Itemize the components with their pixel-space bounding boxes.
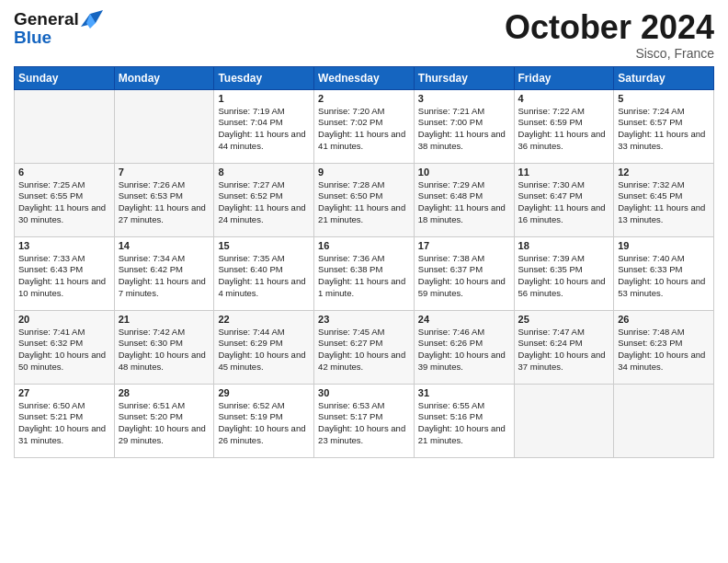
cell-info: Sunrise: 6:53 AMSunset: 5:17 PMDaylight:… bbox=[318, 400, 410, 447]
day-number: 24 bbox=[418, 314, 510, 325]
day-number: 15 bbox=[218, 240, 310, 251]
cell-info: Sunrise: 7:24 AMSunset: 6:57 PMDaylight:… bbox=[618, 106, 710, 153]
cell-info: Sunrise: 6:51 AMSunset: 5:20 PMDaylight:… bbox=[119, 400, 210, 447]
calendar-table: SundayMondayTuesdayWednesdayThursdayFrid… bbox=[14, 66, 714, 458]
day-number: 5 bbox=[618, 93, 710, 104]
cell-info: Sunrise: 7:26 AMSunset: 6:53 PMDaylight:… bbox=[119, 179, 210, 226]
day-number: 12 bbox=[618, 167, 710, 178]
day-header-monday: Monday bbox=[114, 66, 214, 89]
day-number: 2 bbox=[318, 93, 410, 104]
day-number: 26 bbox=[618, 314, 710, 325]
month-title: October 2024 bbox=[505, 9, 714, 46]
cell-info: Sunrise: 7:48 AMSunset: 6:23 PMDaylight:… bbox=[618, 327, 710, 373]
cell-info: Sunrise: 7:36 AMSunset: 6:38 PMDaylight:… bbox=[318, 253, 410, 300]
week-row-4: 20Sunrise: 7:41 AMSunset: 6:32 PMDayligh… bbox=[15, 310, 714, 384]
calendar-cell: 31Sunrise: 6:55 AMSunset: 5:16 PMDayligh… bbox=[414, 384, 514, 457]
calendar-cell: 14Sunrise: 7:34 AMSunset: 6:42 PMDayligh… bbox=[114, 236, 214, 310]
day-number: 7 bbox=[119, 167, 210, 178]
calendar-cell: 27Sunrise: 6:50 AMSunset: 5:21 PMDayligh… bbox=[15, 384, 115, 457]
day-number: 1 bbox=[218, 93, 310, 104]
calendar-cell: 21Sunrise: 7:42 AMSunset: 6:30 PMDayligh… bbox=[114, 310, 214, 384]
calendar-cell: 30Sunrise: 6:53 AMSunset: 5:17 PMDayligh… bbox=[314, 384, 415, 457]
calendar-cell: 22Sunrise: 7:44 AMSunset: 6:29 PMDayligh… bbox=[214, 310, 314, 384]
cell-info: Sunrise: 7:32 AMSunset: 6:45 PMDaylight:… bbox=[618, 179, 710, 226]
cell-info: Sunrise: 7:35 AMSunset: 6:40 PMDaylight:… bbox=[218, 253, 310, 300]
day-header-sunday: Sunday bbox=[15, 66, 115, 89]
day-number: 25 bbox=[518, 314, 610, 325]
calendar-cell: 3Sunrise: 7:21 AMSunset: 7:00 PMDaylight… bbox=[414, 89, 514, 163]
day-number: 22 bbox=[218, 314, 310, 325]
day-number: 31 bbox=[418, 387, 510, 398]
page: General Blue October 2024 Sisco, France … bbox=[0, 0, 728, 563]
calendar-cell: 23Sunrise: 7:45 AMSunset: 6:27 PMDayligh… bbox=[314, 310, 415, 384]
calendar-cell: 2Sunrise: 7:20 AMSunset: 7:02 PMDaylight… bbox=[314, 89, 415, 163]
calendar-cell: 10Sunrise: 7:29 AMSunset: 6:48 PMDayligh… bbox=[414, 163, 514, 236]
calendar-cell: 25Sunrise: 7:47 AMSunset: 6:24 PMDayligh… bbox=[514, 310, 614, 384]
day-number: 17 bbox=[418, 240, 510, 251]
day-number: 16 bbox=[318, 240, 410, 251]
day-header-wednesday: Wednesday bbox=[314, 66, 415, 89]
calendar-cell bbox=[15, 89, 115, 163]
day-number: 18 bbox=[518, 240, 610, 251]
cell-info: Sunrise: 7:25 AMSunset: 6:55 PMDaylight:… bbox=[18, 179, 110, 226]
calendar-cell bbox=[614, 384, 714, 457]
day-number: 10 bbox=[418, 167, 510, 178]
cell-info: Sunrise: 7:40 AMSunset: 6:33 PMDaylight:… bbox=[618, 253, 710, 300]
week-row-2: 6Sunrise: 7:25 AMSunset: 6:55 PMDaylight… bbox=[15, 163, 714, 236]
cell-info: Sunrise: 7:28 AMSunset: 6:50 PMDaylight:… bbox=[318, 179, 410, 226]
calendar-cell bbox=[514, 384, 614, 457]
calendar-cell: 13Sunrise: 7:33 AMSunset: 6:43 PMDayligh… bbox=[15, 236, 115, 310]
day-number: 21 bbox=[119, 314, 210, 325]
calendar-cell: 6Sunrise: 7:25 AMSunset: 6:55 PMDaylight… bbox=[15, 163, 115, 236]
day-header-friday: Friday bbox=[514, 66, 614, 89]
cell-info: Sunrise: 7:47 AMSunset: 6:24 PMDaylight:… bbox=[518, 327, 610, 373]
calendar-cell: 19Sunrise: 7:40 AMSunset: 6:33 PMDayligh… bbox=[614, 236, 714, 310]
calendar-cell: 28Sunrise: 6:51 AMSunset: 5:20 PMDayligh… bbox=[114, 384, 214, 457]
day-number: 9 bbox=[318, 167, 410, 178]
calendar-cell: 5Sunrise: 7:24 AMSunset: 6:57 PMDaylight… bbox=[614, 89, 714, 163]
cell-info: Sunrise: 7:29 AMSunset: 6:48 PMDaylight:… bbox=[418, 179, 510, 226]
cell-info: Sunrise: 7:45 AMSunset: 6:27 PMDaylight:… bbox=[318, 327, 410, 373]
cell-info: Sunrise: 7:21 AMSunset: 7:00 PMDaylight:… bbox=[418, 106, 510, 153]
cell-info: Sunrise: 7:41 AMSunset: 6:32 PMDaylight:… bbox=[18, 327, 110, 373]
week-row-3: 13Sunrise: 7:33 AMSunset: 6:43 PMDayligh… bbox=[15, 236, 714, 310]
calendar-cell bbox=[114, 89, 214, 163]
day-number: 19 bbox=[618, 240, 710, 251]
calendar-cell: 11Sunrise: 7:30 AMSunset: 6:47 PMDayligh… bbox=[514, 163, 614, 236]
day-number: 11 bbox=[518, 167, 610, 178]
day-number: 27 bbox=[18, 387, 110, 398]
calendar-cell: 24Sunrise: 7:46 AMSunset: 6:26 PMDayligh… bbox=[414, 310, 514, 384]
cell-info: Sunrise: 7:22 AMSunset: 6:59 PMDaylight:… bbox=[518, 106, 610, 153]
calendar-cell: 17Sunrise: 7:38 AMSunset: 6:37 PMDayligh… bbox=[414, 236, 514, 310]
week-row-1: 1Sunrise: 7:19 AMSunset: 7:04 PMDaylight… bbox=[15, 89, 714, 163]
calendar-cell: 15Sunrise: 7:35 AMSunset: 6:40 PMDayligh… bbox=[214, 236, 314, 310]
cell-info: Sunrise: 7:46 AMSunset: 6:26 PMDaylight:… bbox=[418, 327, 510, 373]
calendar-cell: 1Sunrise: 7:19 AMSunset: 7:04 PMDaylight… bbox=[214, 89, 314, 163]
day-number: 13 bbox=[18, 240, 110, 251]
day-number: 6 bbox=[18, 167, 110, 178]
calendar-cell: 9Sunrise: 7:28 AMSunset: 6:50 PMDaylight… bbox=[314, 163, 415, 236]
day-number: 23 bbox=[318, 314, 410, 325]
location: Sisco, France bbox=[505, 46, 714, 61]
calendar-cell: 26Sunrise: 7:48 AMSunset: 6:23 PMDayligh… bbox=[614, 310, 714, 384]
day-header-thursday: Thursday bbox=[414, 66, 514, 89]
day-number: 30 bbox=[318, 387, 410, 398]
day-number: 8 bbox=[218, 167, 310, 178]
cell-info: Sunrise: 7:38 AMSunset: 6:37 PMDaylight:… bbox=[418, 253, 510, 300]
day-number: 28 bbox=[119, 387, 210, 398]
cell-info: Sunrise: 7:27 AMSunset: 6:52 PMDaylight:… bbox=[218, 179, 310, 226]
cell-info: Sunrise: 7:42 AMSunset: 6:30 PMDaylight:… bbox=[119, 327, 210, 373]
week-row-5: 27Sunrise: 6:50 AMSunset: 5:21 PMDayligh… bbox=[15, 384, 714, 457]
title-block: October 2024 Sisco, France bbox=[505, 9, 714, 61]
calendar-cell: 7Sunrise: 7:26 AMSunset: 6:53 PMDaylight… bbox=[114, 163, 214, 236]
day-number: 4 bbox=[518, 93, 610, 104]
logo-bird-icon bbox=[81, 10, 103, 29]
calendar-cell: 16Sunrise: 7:36 AMSunset: 6:38 PMDayligh… bbox=[314, 236, 415, 310]
header: General Blue October 2024 Sisco, France bbox=[14, 9, 714, 61]
day-number: 14 bbox=[119, 240, 210, 251]
cell-info: Sunrise: 7:19 AMSunset: 7:04 PMDaylight:… bbox=[218, 106, 310, 153]
day-header-saturday: Saturday bbox=[614, 66, 714, 89]
calendar-cell: 8Sunrise: 7:27 AMSunset: 6:52 PMDaylight… bbox=[214, 163, 314, 236]
cell-info: Sunrise: 6:55 AMSunset: 5:16 PMDaylight:… bbox=[418, 400, 510, 447]
cell-info: Sunrise: 7:34 AMSunset: 6:42 PMDaylight:… bbox=[119, 253, 210, 300]
